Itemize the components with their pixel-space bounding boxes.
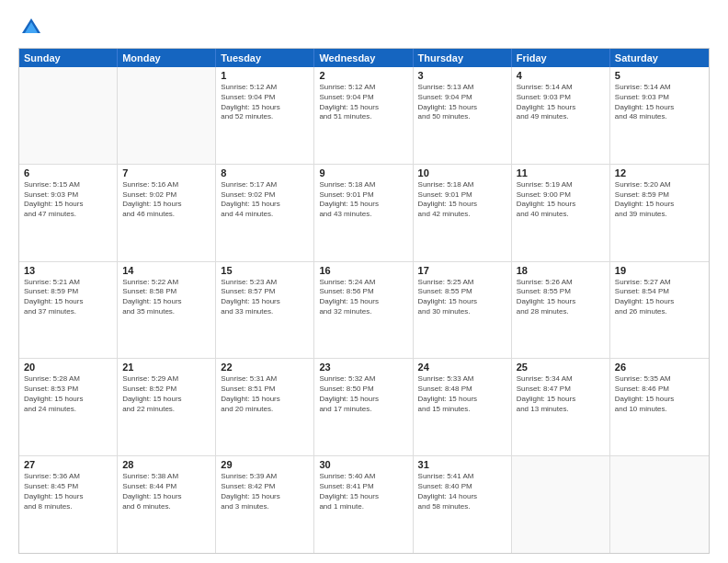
calendar-cell: 18Sunrise: 5:26 AM Sunset: 8:55 PM Dayli…	[512, 262, 610, 359]
calendar-header-cell: Friday	[512, 49, 610, 67]
cell-info-text: Sunrise: 5:14 AM Sunset: 9:03 PM Dayligh…	[615, 83, 704, 122]
cell-info-text: Sunrise: 5:40 AM Sunset: 8:41 PM Dayligh…	[319, 472, 407, 511]
cell-day-number: 3	[418, 70, 506, 81]
calendar-header-cell: Thursday	[414, 49, 512, 67]
calendar-cell: 2Sunrise: 5:12 AM Sunset: 9:04 PM Daylig…	[314, 67, 413, 164]
cell-info-text: Sunrise: 5:25 AM Sunset: 8:55 PM Dayligh…	[418, 278, 506, 317]
cell-info-text: Sunrise: 5:31 AM Sunset: 8:51 PM Dayligh…	[221, 374, 309, 414]
calendar-row: 6Sunrise: 5:15 AM Sunset: 9:03 PM Daylig…	[19, 165, 709, 262]
calendar-header-cell: Saturday	[610, 49, 709, 67]
cell-info-text: Sunrise: 5:19 AM Sunset: 9:00 PM Dayligh…	[517, 180, 605, 220]
cell-info-text: Sunrise: 5:29 AM Sunset: 8:52 PM Dayligh…	[122, 374, 210, 414]
calendar-body: 1Sunrise: 5:12 AM Sunset: 9:04 PM Daylig…	[19, 67, 709, 553]
cell-info-text: Sunrise: 5:22 AM Sunset: 8:58 PM Dayligh…	[122, 278, 210, 317]
calendar-cell: 25Sunrise: 5:34 AM Sunset: 8:47 PM Dayli…	[512, 359, 610, 455]
calendar-cell: 12Sunrise: 5:20 AM Sunset: 8:59 PM Dayli…	[610, 165, 709, 261]
cell-info-text: Sunrise: 5:27 AM Sunset: 8:54 PM Dayligh…	[615, 278, 704, 317]
calendar-cell	[610, 456, 709, 553]
calendar-cell: 11Sunrise: 5:19 AM Sunset: 9:00 PM Dayli…	[512, 165, 610, 261]
calendar: SundayMondayTuesdayWednesdayThursdayFrid…	[18, 48, 710, 554]
cell-info-text: Sunrise: 5:32 AM Sunset: 8:50 PM Dayligh…	[319, 374, 407, 414]
calendar-cell: 22Sunrise: 5:31 AM Sunset: 8:51 PM Dayli…	[216, 359, 314, 455]
cell-info-text: Sunrise: 5:18 AM Sunset: 9:01 PM Dayligh…	[418, 180, 506, 220]
cell-day-number: 18	[517, 265, 605, 276]
calendar-cell: 29Sunrise: 5:39 AM Sunset: 8:42 PM Dayli…	[216, 456, 314, 553]
cell-day-number: 16	[319, 265, 407, 276]
cell-day-number: 12	[615, 167, 704, 178]
calendar-cell: 30Sunrise: 5:40 AM Sunset: 8:41 PM Dayli…	[314, 456, 413, 553]
calendar-cell: 15Sunrise: 5:23 AM Sunset: 8:57 PM Dayli…	[216, 262, 314, 359]
cell-day-number: 9	[319, 167, 407, 178]
cell-info-text: Sunrise: 5:16 AM Sunset: 9:02 PM Dayligh…	[122, 180, 210, 220]
calendar-cell: 21Sunrise: 5:29 AM Sunset: 8:52 PM Dayli…	[118, 359, 216, 455]
cell-info-text: Sunrise: 5:14 AM Sunset: 9:03 PM Dayligh…	[517, 83, 605, 122]
cell-day-number: 22	[221, 362, 309, 373]
cell-info-text: Sunrise: 5:15 AM Sunset: 9:03 PM Dayligh…	[24, 180, 112, 220]
cell-info-text: Sunrise: 5:17 AM Sunset: 9:02 PM Dayligh…	[221, 180, 309, 220]
calendar-cell: 1Sunrise: 5:12 AM Sunset: 9:04 PM Daylig…	[216, 67, 314, 164]
calendar-cell: 4Sunrise: 5:14 AM Sunset: 9:03 PM Daylig…	[512, 67, 610, 164]
cell-day-number: 19	[615, 265, 704, 276]
calendar-cell: 23Sunrise: 5:32 AM Sunset: 8:50 PM Dayli…	[314, 359, 413, 455]
cell-day-number: 21	[122, 362, 210, 373]
calendar-cell: 31Sunrise: 5:41 AM Sunset: 8:40 PM Dayli…	[414, 456, 512, 553]
cell-day-number: 20	[24, 362, 112, 373]
cell-info-text: Sunrise: 5:12 AM Sunset: 9:04 PM Dayligh…	[319, 83, 407, 122]
calendar-cell: 26Sunrise: 5:35 AM Sunset: 8:46 PM Dayli…	[610, 359, 709, 455]
calendar-cell: 7Sunrise: 5:16 AM Sunset: 9:02 PM Daylig…	[118, 165, 216, 261]
calendar-cell	[512, 456, 610, 553]
cell-day-number: 11	[517, 167, 605, 178]
calendar-cell: 5Sunrise: 5:14 AM Sunset: 9:03 PM Daylig…	[610, 67, 709, 164]
cell-info-text: Sunrise: 5:39 AM Sunset: 8:42 PM Dayligh…	[221, 472, 309, 511]
cell-info-text: Sunrise: 5:26 AM Sunset: 8:55 PM Dayligh…	[517, 278, 605, 317]
calendar-cell: 3Sunrise: 5:13 AM Sunset: 9:04 PM Daylig…	[414, 67, 512, 164]
calendar-header-row: SundayMondayTuesdayWednesdayThursdayFrid…	[19, 49, 709, 67]
calendar-cell: 13Sunrise: 5:21 AM Sunset: 8:59 PM Dayli…	[19, 262, 118, 359]
calendar-cell: 19Sunrise: 5:27 AM Sunset: 8:54 PM Dayli…	[610, 262, 709, 359]
cell-info-text: Sunrise: 5:28 AM Sunset: 8:53 PM Dayligh…	[24, 374, 112, 414]
calendar-cell: 8Sunrise: 5:17 AM Sunset: 9:02 PM Daylig…	[216, 165, 314, 261]
cell-info-text: Sunrise: 5:38 AM Sunset: 8:44 PM Dayligh…	[122, 472, 210, 511]
calendar-header-cell: Wednesday	[314, 49, 413, 67]
cell-day-number: 15	[221, 265, 309, 276]
cell-info-text: Sunrise: 5:21 AM Sunset: 8:59 PM Dayligh…	[24, 278, 112, 317]
calendar-cell	[118, 67, 216, 164]
cell-info-text: Sunrise: 5:41 AM Sunset: 8:40 PM Dayligh…	[418, 472, 506, 511]
cell-day-number: 27	[24, 459, 112, 470]
cell-day-number: 10	[418, 167, 506, 178]
cell-info-text: Sunrise: 5:12 AM Sunset: 9:04 PM Dayligh…	[221, 83, 309, 122]
cell-day-number: 7	[122, 167, 210, 178]
cell-day-number: 28	[122, 459, 210, 470]
cell-info-text: Sunrise: 5:18 AM Sunset: 9:01 PM Dayligh…	[319, 180, 407, 220]
calendar-cell: 28Sunrise: 5:38 AM Sunset: 8:44 PM Dayli…	[118, 456, 216, 553]
calendar-row: 27Sunrise: 5:36 AM Sunset: 8:45 PM Dayli…	[19, 456, 709, 553]
calendar-row: 1Sunrise: 5:12 AM Sunset: 9:04 PM Daylig…	[19, 67, 709, 165]
cell-info-text: Sunrise: 5:13 AM Sunset: 9:04 PM Dayligh…	[418, 83, 506, 122]
cell-info-text: Sunrise: 5:33 AM Sunset: 8:48 PM Dayligh…	[418, 374, 506, 414]
header	[18, 15, 710, 40]
cell-day-number: 30	[319, 459, 407, 470]
cell-info-text: Sunrise: 5:35 AM Sunset: 8:46 PM Dayligh…	[615, 374, 704, 414]
calendar-cell: 9Sunrise: 5:18 AM Sunset: 9:01 PM Daylig…	[314, 165, 413, 261]
calendar-cell: 14Sunrise: 5:22 AM Sunset: 8:58 PM Dayli…	[118, 262, 216, 359]
cell-info-text: Sunrise: 5:20 AM Sunset: 8:59 PM Dayligh…	[615, 180, 704, 220]
logo-icon	[18, 15, 44, 40]
cell-day-number: 5	[615, 70, 704, 81]
calendar-cell: 10Sunrise: 5:18 AM Sunset: 9:01 PM Dayli…	[414, 165, 512, 261]
calendar-header-cell: Sunday	[19, 49, 118, 67]
calendar-row: 20Sunrise: 5:28 AM Sunset: 8:53 PM Dayli…	[19, 359, 709, 456]
logo	[18, 15, 48, 40]
cell-day-number: 8	[221, 167, 309, 178]
cell-day-number: 13	[24, 265, 112, 276]
calendar-header-cell: Tuesday	[216, 49, 314, 67]
cell-day-number: 25	[517, 362, 605, 373]
page: SundayMondayTuesdayWednesdayThursdayFrid…	[0, 0, 728, 563]
cell-day-number: 29	[221, 459, 309, 470]
cell-info-text: Sunrise: 5:24 AM Sunset: 8:56 PM Dayligh…	[319, 278, 407, 317]
cell-day-number: 6	[24, 167, 112, 178]
cell-day-number: 17	[418, 265, 506, 276]
cell-day-number: 1	[221, 70, 309, 81]
calendar-cell: 17Sunrise: 5:25 AM Sunset: 8:55 PM Dayli…	[414, 262, 512, 359]
cell-day-number: 4	[517, 70, 605, 81]
cell-day-number: 31	[418, 459, 506, 470]
